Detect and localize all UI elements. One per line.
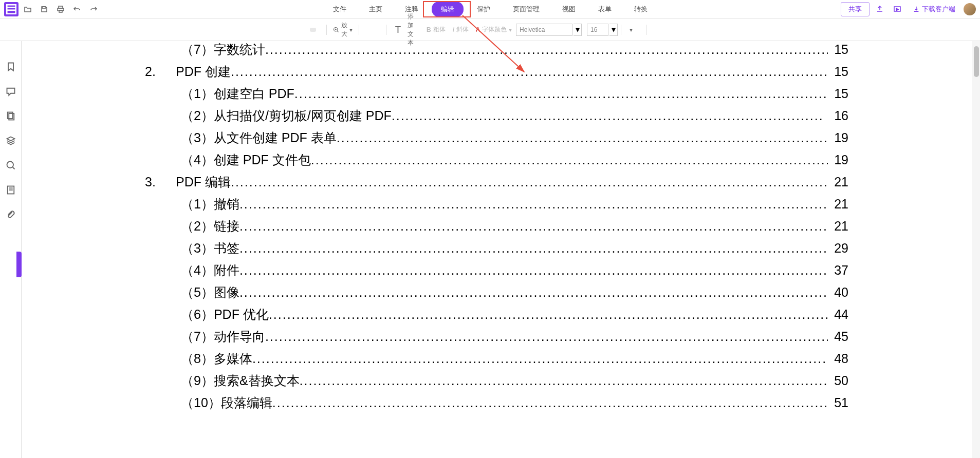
toc-entry[interactable]: （4） 附件..................................… [145, 262, 848, 279]
bold-button[interactable]: B 粗体 [423, 23, 449, 36]
toc-page-num: 48 [828, 351, 848, 366]
toc-entry[interactable]: （1）创建空白 PDF.............................… [145, 85, 848, 102]
export-icon[interactable] [873, 2, 887, 16]
toc-section-title: PDF 编辑 [176, 174, 231, 190]
toc-sub-title: 从扫描仪/剪切板/网页创建 PDF [214, 107, 392, 124]
toc-dots: ........................................… [265, 329, 828, 344]
redo-icon[interactable] [86, 2, 101, 16]
attachment-panel-icon[interactable] [6, 209, 16, 220]
toc-sub-num: （4） [181, 151, 214, 168]
toc-page-num: 19 [828, 130, 848, 145]
bookmark-icon[interactable] [664, 28, 670, 32]
separator [621, 25, 621, 35]
print-icon[interactable] [53, 2, 68, 16]
toc-entry[interactable]: （9） 搜索&替换文本.............................… [145, 372, 848, 389]
tab-form[interactable]: 表单 [589, 2, 621, 17]
edit-text-icon[interactable] [362, 28, 368, 32]
link-icon[interactable]: ▾ [624, 24, 636, 35]
italic-button[interactable]: I 斜体 [450, 23, 472, 36]
layers-panel-icon[interactable] [6, 136, 16, 146]
font-color-button[interactable]: A 字体颜色 ▾ [473, 23, 515, 36]
tab-annotate[interactable]: 注释 [396, 2, 428, 17]
toc-sub-title: 链接 [214, 218, 239, 235]
toc-entry[interactable]: （3）从文件创建 PDF 表单.........................… [145, 129, 848, 146]
undo-icon[interactable] [70, 2, 84, 16]
toc-entry[interactable]: （3） 书签..................................… [145, 240, 848, 257]
font-color-label: 字体颜色 [482, 25, 507, 34]
user-avatar[interactable] [964, 3, 976, 15]
search-panel-icon[interactable] [6, 160, 16, 170]
toc-section-num: 2. [145, 64, 176, 79]
toc-entry[interactable]: （4）创建 PDF 文件包...........................… [145, 151, 848, 168]
toc-entry[interactable]: （7）字数统计.................................… [145, 41, 848, 58]
present-icon[interactable] [890, 2, 904, 16]
tab-edit[interactable]: 编辑 [432, 2, 464, 17]
hand-tool-icon[interactable] [310, 28, 316, 32]
image-icon[interactable] [369, 28, 376, 32]
toc-entry[interactable]: （5） 图像..................................… [145, 284, 848, 301]
toc-dots: ........................................… [239, 285, 828, 300]
toc-dots: ........................................… [239, 263, 828, 278]
toc-sub-num: （1） [181, 85, 214, 102]
toc-section-num: 3. [145, 175, 176, 189]
open-icon[interactable] [21, 2, 35, 16]
toc-dots: ........................................… [392, 108, 824, 123]
tab-page-manage[interactable]: 页面管理 [504, 2, 549, 17]
size-dropdown-icon[interactable]: ▾ [609, 24, 618, 36]
share-button[interactable]: 共享 [841, 2, 870, 16]
toc-entry[interactable]: （8） 多媒体.................................… [145, 350, 848, 367]
download-label: 下载客户端 [922, 5, 955, 14]
tab-convert[interactable]: 转换 [625, 2, 657, 17]
download-client-button[interactable]: 下载客户端 [908, 3, 960, 16]
font-dropdown-icon[interactable]: ▾ [574, 24, 582, 36]
toc-section-title: PDF 创建 [176, 63, 231, 80]
vertical-scrollbar[interactable] [972, 41, 980, 458]
tab-file[interactable]: 文件 [324, 2, 356, 17]
toc-entry[interactable]: （2） 链接..................................… [145, 218, 848, 235]
header-footer-icon[interactable] [650, 28, 656, 32]
tab-protect[interactable]: 保护 [468, 2, 500, 17]
toc-dots: ........................................… [252, 351, 828, 366]
toc-sub-title: 撤销 [214, 196, 239, 213]
bookmark-panel-icon[interactable] [6, 62, 16, 72]
toc-entry[interactable]: （6） PDF 优化..............................… [145, 306, 848, 323]
font-size-select[interactable] [587, 24, 608, 36]
comment-panel-icon[interactable] [6, 86, 16, 97]
attachment-icon[interactable] [637, 28, 643, 32]
toc-entry[interactable]: （7） 动作导向................................… [145, 328, 848, 345]
background-icon[interactable] [657, 28, 663, 32]
toc-page-num: 21 [828, 197, 848, 212]
toc-page-num: 15 [828, 42, 848, 57]
pages-panel-icon[interactable] [6, 111, 16, 121]
toc-entry[interactable]: （10） 段落编辑...............................… [145, 394, 848, 411]
app-logo-icon[interactable] [4, 2, 19, 16]
toc-dots: ........................................… [239, 219, 828, 234]
toc-entry[interactable]: （2）从扫描仪/剪切板/网页创建 PDF....................… [145, 107, 848, 124]
select-tool-icon[interactable] [317, 28, 323, 32]
toc-entry[interactable]: 3. PDF 编辑...............................… [145, 174, 848, 190]
chevron-down-icon: ▾ [509, 26, 512, 33]
left-sidebar [0, 41, 22, 458]
toc-dots: ........................................… [272, 395, 828, 410]
toc-sub-title: 字数统计 [214, 41, 265, 58]
toc-entry[interactable]: （1） 撤销..................................… [145, 196, 848, 213]
line-icon[interactable] [377, 28, 383, 32]
sidebar-expand-handle[interactable] [16, 252, 22, 277]
zoom-tool[interactable]: 放大 ▾ [330, 19, 356, 41]
tab-view[interactable]: 视图 [553, 2, 585, 17]
toc-dots: ........................................… [231, 64, 828, 79]
toc-page-num: 51 [828, 395, 848, 410]
font-name-select[interactable] [516, 24, 572, 36]
save-icon[interactable] [37, 2, 51, 16]
toc-sub-num: （7） [181, 328, 214, 345]
main-tabs: 文件 主页 注释 编辑 保护 页面管理 视图 表单 转换 [324, 2, 657, 17]
toc-sub-title: 创建 PDF 文件包 [214, 151, 311, 168]
form-panel-icon[interactable] [6, 185, 16, 195]
chevron-down-icon: ▾ [630, 26, 633, 33]
toc-entry[interactable]: 2. PDF 创建...............................… [145, 63, 848, 80]
svg-line-26 [12, 167, 14, 169]
scrollbar-thumb[interactable] [974, 46, 979, 77]
toc-sub-title: 书签 [214, 240, 239, 257]
toc-sub-num: （5） [181, 284, 214, 301]
tab-home[interactable]: 主页 [360, 2, 392, 17]
